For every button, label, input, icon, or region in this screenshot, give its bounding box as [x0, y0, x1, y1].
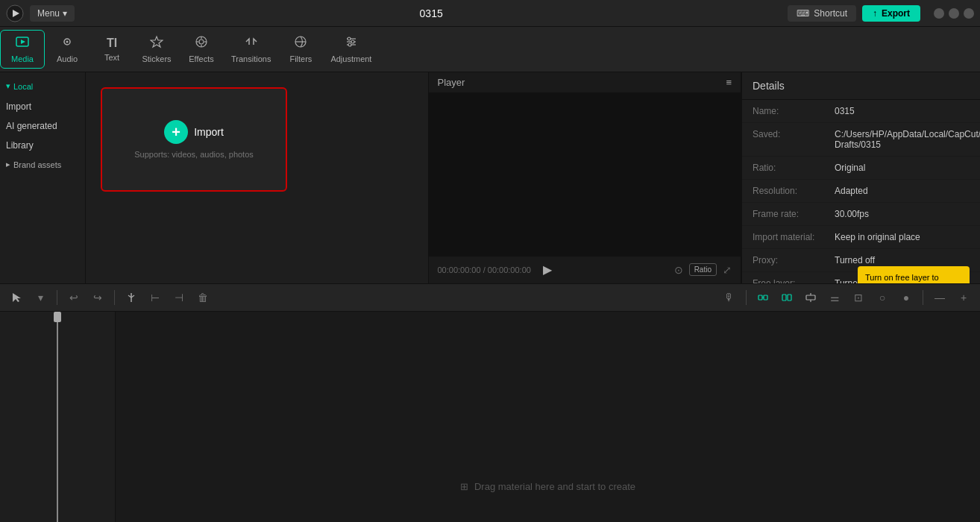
- svg-point-18: [348, 37, 351, 40]
- stickers-icon: [150, 35, 163, 51]
- details-val-ratio: Original: [835, 163, 970, 173]
- adjustment-label: Adjustment: [330, 54, 371, 63]
- copy-button[interactable]: ⊡: [848, 287, 869, 308]
- transitions-icon: [245, 35, 258, 51]
- media-sidebar: ▾ Local Import AI generated Library ▸ Br…: [0, 72, 86, 283]
- drag-hint: ⊞ Drag material here and start to create: [460, 481, 635, 492]
- tool-stickers[interactable]: Stickers: [134, 30, 179, 69]
- details-val-resolution: Adapted: [835, 186, 970, 196]
- play-button[interactable]: ▶: [538, 261, 556, 279]
- svg-marker-3: [21, 40, 25, 44]
- delete-button[interactable]: 🗑: [192, 287, 213, 308]
- tool-adjustment[interactable]: Adjustment: [323, 30, 379, 69]
- svg-rect-25: [758, 295, 762, 300]
- ai-generated-label: AI generated: [6, 121, 57, 131]
- dot-icon[interactable]: ●: [896, 287, 917, 308]
- zoom-out-button[interactable]: —: [929, 287, 950, 308]
- player-panel: Player ≡ 00:00:00:00 / 00:00:00:00 ▶ ⊙ R…: [428, 72, 742, 283]
- chevron-right-icon: ▸: [6, 160, 10, 169]
- details-row-saved: Saved: C:/Users/HP/AppData/Local/CapCut/…: [742, 123, 980, 157]
- svg-point-20: [348, 43, 351, 46]
- player-title: Player: [438, 77, 465, 88]
- shortcut-button[interactable]: ⌨ Shortcut: [788, 5, 856, 22]
- maximize-button[interactable]: [949, 8, 959, 19]
- player-footer: 00:00:00:00 / 00:00:00:00 ▶ ⊙ Ratio ⤢: [429, 256, 741, 283]
- separator-1: [57, 290, 57, 305]
- transitions-label: Transitions: [231, 54, 271, 63]
- fit-icon[interactable]: ⊙: [674, 264, 683, 276]
- minimize-button[interactable]: [934, 8, 944, 19]
- ai-generated-button[interactable]: AI generated: [0, 116, 85, 136]
- details-row-name: Name: 0315: [742, 100, 980, 123]
- fullscreen-icon[interactable]: ⤢: [723, 264, 732, 276]
- details-val-framerate: 30.00fps: [835, 209, 970, 219]
- separator-2: [114, 290, 115, 305]
- adjustment-icon: [345, 35, 358, 51]
- select-dropdown-button[interactable]: ▾: [30, 287, 51, 308]
- details-key-resolution: Resolution:: [753, 186, 835, 196]
- timecode-display: 00:00:00:00 / 00:00:00:00: [438, 265, 531, 274]
- details-key-proxy: Proxy:: [753, 255, 835, 265]
- text-icon: TI: [107, 37, 117, 50]
- audio-sync-button[interactable]: [800, 287, 821, 308]
- import-plus-icon: +: [164, 120, 188, 144]
- tool-text[interactable]: TI Text: [89, 30, 134, 69]
- close-button[interactable]: [964, 8, 974, 19]
- import-label: Import: [6, 101, 31, 112]
- undo-button[interactable]: ↩: [63, 287, 84, 308]
- export-button[interactable]: ↑ Export: [862, 5, 920, 22]
- import-box[interactable]: + Import Supports: videos, audios, photo…: [101, 87, 287, 192]
- details-val-name: 0315: [835, 106, 970, 116]
- timeline-tracks: ⊞ Drag material here and start to create: [116, 312, 980, 523]
- library-button[interactable]: Library: [0, 136, 85, 155]
- redo-button[interactable]: ↪: [87, 287, 108, 308]
- svg-rect-29: [788, 295, 791, 301]
- details-row-ratio: Ratio: Original: [742, 157, 980, 180]
- tool-filters[interactable]: Filters: [278, 30, 323, 69]
- svg-point-19: [351, 40, 354, 43]
- media-icon: [16, 35, 29, 51]
- circle-icon[interactable]: ○: [872, 287, 893, 308]
- mic-button[interactable]: 🎙: [719, 287, 740, 308]
- keyboard-icon: ⌨: [797, 8, 809, 19]
- tool-effects[interactable]: Effects: [179, 30, 224, 69]
- trim-start-button[interactable]: ⊢: [145, 287, 166, 308]
- player-footer-right: ⊙ Ratio ⤢: [674, 263, 732, 276]
- details-row-resolution: Resolution: Adapted: [742, 180, 980, 203]
- svg-marker-21: [13, 293, 21, 302]
- stickers-label: Stickers: [142, 54, 171, 63]
- details-row-import-material: Import material: Keep in original place: [742, 226, 980, 249]
- snap-button[interactable]: [776, 287, 797, 308]
- logo: [6, 4, 24, 22]
- tool-media[interactable]: Media: [0, 30, 45, 69]
- text-label: Text: [104, 53, 119, 62]
- top-center: 0315: [75, 7, 788, 19]
- drag-icon: ⊞: [460, 481, 468, 492]
- audio-label: Audio: [57, 54, 78, 63]
- top-section: ▾ Local Import AI generated Library ▸ Br…: [0, 72, 980, 283]
- select-tool-button[interactable]: [6, 287, 27, 308]
- shortcut-label: Shortcut: [814, 8, 847, 19]
- import-supports-text: Supports: videos, audios, photos: [134, 150, 254, 159]
- trim-end-button[interactable]: ⊣: [169, 287, 189, 308]
- svg-point-5: [66, 41, 69, 43]
- svg-point-8: [199, 40, 204, 44]
- svg-rect-28: [782, 295, 786, 301]
- upload-icon: ↑: [873, 8, 877, 19]
- split-button[interactable]: [121, 287, 142, 308]
- align-button[interactable]: ⚌: [824, 287, 845, 308]
- details-row-framerate: Frame rate: 30.00fps: [742, 203, 980, 226]
- top-right: ⌨ Shortcut ↑ Export: [788, 5, 974, 22]
- zoom-in-button[interactable]: +: [953, 287, 974, 308]
- tool-audio[interactable]: Audio: [45, 30, 89, 69]
- details-key-import-material: Import material:: [753, 232, 835, 242]
- toolbar: Media Audio TI Text: [0, 27, 980, 72]
- menu-button[interactable]: Menu ▾: [30, 5, 75, 22]
- import-button[interactable]: Import: [0, 97, 85, 116]
- tool-transitions[interactable]: Transitions: [224, 30, 278, 69]
- link-tracks-button[interactable]: [753, 287, 773, 308]
- media-label: Media: [11, 54, 34, 63]
- export-label: Export: [882, 8, 910, 19]
- effects-icon: [195, 35, 208, 51]
- ratio-button[interactable]: Ratio: [689, 263, 717, 276]
